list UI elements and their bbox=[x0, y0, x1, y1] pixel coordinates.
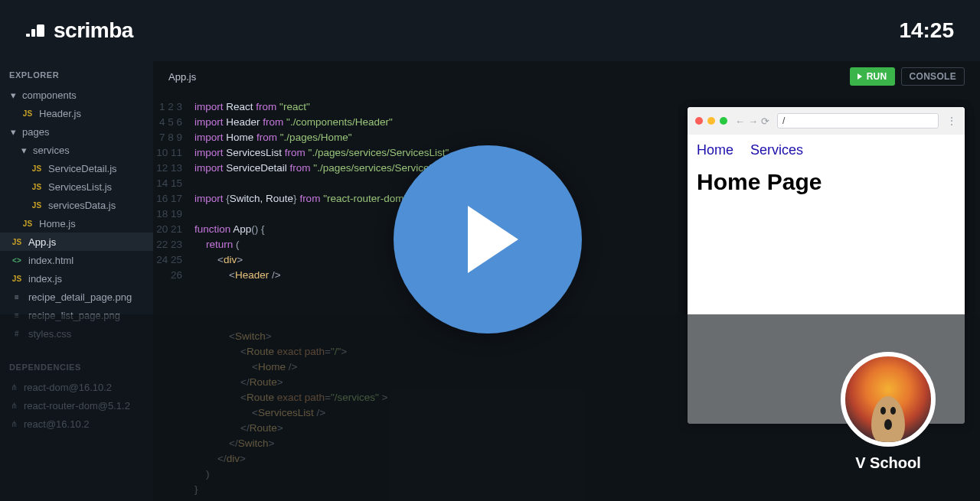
folder-label: services bbox=[33, 145, 70, 156]
file-recipe-list-png[interactable]: ≡ recipe_list_page.png bbox=[0, 306, 153, 324]
preview-nav-home[interactable]: Home bbox=[697, 142, 733, 158]
reload-icon[interactable]: ⟳ bbox=[761, 115, 769, 127]
folder-label: components bbox=[22, 89, 77, 101]
js-badge-icon: JS bbox=[11, 275, 23, 283]
file-header-js[interactable]: JS Header.js bbox=[0, 104, 153, 122]
package-icon: ⋔ bbox=[11, 401, 18, 411]
js-badge-icon: JS bbox=[11, 238, 23, 246]
file-label: index.js bbox=[28, 273, 62, 285]
open-file-name: App.js bbox=[168, 71, 196, 83]
folder-services[interactable]: ▾ services bbox=[0, 141, 153, 159]
file-label: servicesData.js bbox=[48, 200, 116, 211]
dependencies-list: ⋔ react-dom@16.10.2 ⋔ react-router-dom@5… bbox=[0, 378, 153, 433]
svg-rect-2 bbox=[37, 24, 44, 37]
file-label: ServicesList.js bbox=[48, 181, 112, 193]
console-label: CONSOLE bbox=[910, 71, 956, 82]
video-timestamp: 14:25 bbox=[899, 18, 954, 43]
dependency-item[interactable]: ⋔ react@16.10.2 bbox=[0, 415, 153, 433]
dependency-label: react-dom@16.10.2 bbox=[24, 382, 112, 393]
file-servicesdata-js[interactable]: JS servicesData.js bbox=[0, 196, 153, 214]
file-styles-css[interactable]: # styles.css bbox=[0, 324, 153, 343]
caret-down-icon: ▾ bbox=[11, 89, 17, 101]
file-label: App.js bbox=[28, 236, 56, 248]
package-icon: ⋔ bbox=[11, 419, 18, 429]
play-video-button[interactable] bbox=[394, 145, 582, 333]
folder-components[interactable]: ▾ components bbox=[0, 86, 153, 104]
caret-down-icon: ▾ bbox=[11, 126, 17, 138]
file-recipe-detail-png[interactable]: ≡ recipe_detail_page.png bbox=[0, 288, 153, 306]
folder-label: pages bbox=[22, 126, 49, 138]
play-icon bbox=[858, 73, 862, 80]
image-badge-icon: ≡ bbox=[11, 311, 23, 320]
file-label: ServiceDetail.js bbox=[48, 163, 117, 174]
traffic-lights bbox=[695, 117, 727, 125]
console-button[interactable]: CONSOLE bbox=[901, 67, 965, 86]
back-icon[interactable]: ← bbox=[735, 115, 745, 127]
file-app-js[interactable]: JS App.js bbox=[0, 233, 153, 251]
file-tree: ▾ components JS Header.js ▾ pages ▾ serv… bbox=[0, 86, 153, 343]
zoom-dot-icon[interactable] bbox=[720, 117, 727, 125]
svg-rect-0 bbox=[26, 34, 30, 37]
sidebar: EXPLORER ▾ components JS Header.js ▾ pag… bbox=[0, 61, 153, 501]
file-serviceslist-js[interactable]: JS ServicesList.js bbox=[0, 177, 153, 196]
js-badge-icon: JS bbox=[21, 109, 34, 118]
svg-rect-1 bbox=[31, 29, 35, 37]
browser-chrome: ← → ⟳ / ⋮ bbox=[688, 107, 965, 135]
editor-toolbar: App.js RUN PREVIEW CONSOLE bbox=[153, 61, 980, 92]
forward-icon[interactable]: → bbox=[748, 115, 758, 127]
file-label: recipe_detail_page.png bbox=[28, 291, 132, 303]
file-home-js[interactable]: JS Home.js bbox=[0, 214, 153, 233]
file-servicedetail-js[interactable]: JS ServiceDetail.js bbox=[0, 159, 153, 177]
dependency-item[interactable]: ⋔ react-router-dom@5.1.2 bbox=[0, 396, 153, 415]
file-index-js[interactable]: JS index.js bbox=[0, 269, 153, 288]
top-bar: scrimba 14:25 bbox=[0, 0, 980, 61]
close-dot-icon[interactable] bbox=[695, 117, 703, 125]
author-badge[interactable]: V School bbox=[841, 352, 936, 472]
caret-down-icon: ▾ bbox=[21, 145, 28, 156]
brand-logo-mark-icon bbox=[26, 23, 46, 38]
author-name: V School bbox=[841, 454, 936, 472]
file-index-html[interactable]: <> index.html bbox=[0, 251, 153, 269]
dependencies-title: DEPENDENCIES bbox=[0, 353, 153, 378]
package-icon: ⋔ bbox=[11, 382, 18, 392]
file-label: recipe_list_page.png bbox=[28, 310, 120, 321]
run-label: RUN bbox=[867, 71, 887, 82]
play-icon bbox=[468, 206, 518, 273]
image-badge-icon: ≡ bbox=[11, 293, 23, 301]
line-number-gutter: 1 2 3 4 5 6 7 8 9 10 11 12 13 14 15 16 1… bbox=[153, 92, 190, 501]
preview-nav-services[interactable]: Services bbox=[750, 142, 803, 158]
run-button[interactable]: RUN bbox=[850, 67, 895, 86]
dependency-item[interactable]: ⋔ react-dom@16.10.2 bbox=[0, 378, 153, 396]
editor-actions: RUN PREVIEW CONSOLE bbox=[850, 67, 965, 86]
explorer-title: EXPLORER bbox=[0, 61, 153, 86]
preview-nav: Home Services bbox=[697, 142, 956, 169]
folder-pages[interactable]: ▾ pages bbox=[0, 122, 153, 141]
js-badge-icon: JS bbox=[31, 164, 43, 173]
file-label: Home.js bbox=[39, 218, 76, 229]
js-badge-icon: JS bbox=[21, 220, 34, 228]
url-value: / bbox=[782, 115, 785, 126]
brand-logo[interactable]: scrimba bbox=[26, 18, 133, 43]
js-badge-icon: JS bbox=[31, 183, 43, 191]
js-badge-icon: JS bbox=[31, 201, 43, 210]
dependency-label: react@16.10.2 bbox=[24, 418, 89, 430]
scream-painting-icon bbox=[871, 396, 905, 445]
preview-menu-icon[interactable]: ⋮ bbox=[946, 115, 957, 127]
css-badge-icon: # bbox=[11, 330, 23, 338]
minimize-dot-icon[interactable] bbox=[707, 117, 715, 125]
file-label: index.html bbox=[28, 255, 74, 266]
nav-arrows: ← → ⟳ bbox=[735, 115, 769, 127]
brand-name: scrimba bbox=[54, 18, 133, 43]
file-label: Header.js bbox=[39, 108, 81, 119]
url-bar[interactable]: / bbox=[777, 113, 939, 129]
preview-heading: Home Page bbox=[697, 169, 956, 195]
html-badge-icon: <> bbox=[11, 256, 23, 265]
author-avatar bbox=[841, 352, 936, 447]
dependency-label: react-router-dom@5.1.2 bbox=[24, 400, 130, 412]
file-label: styles.css bbox=[28, 328, 71, 340]
